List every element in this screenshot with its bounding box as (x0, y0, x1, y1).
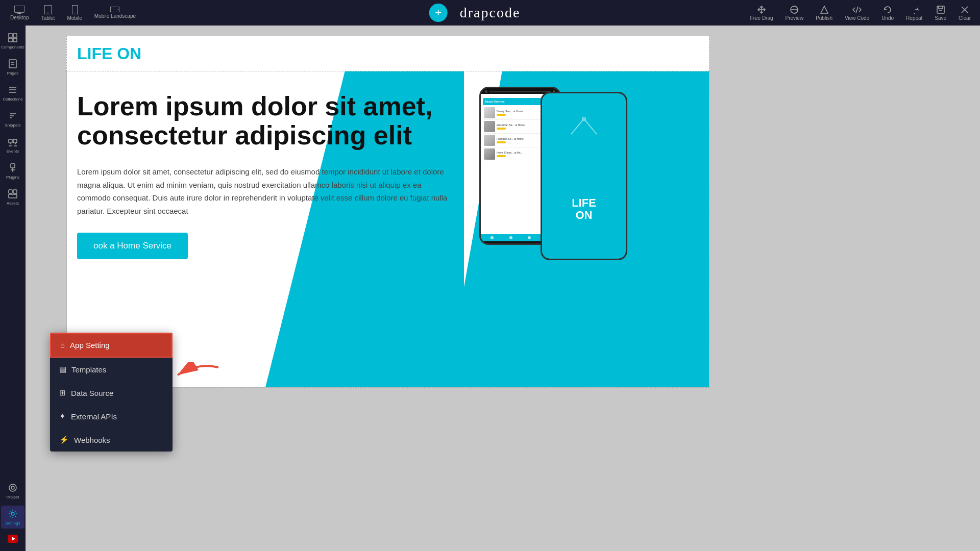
phone-front-screen: LIFE ON (542, 99, 626, 253)
sidebar-item-project[interactable]: Project (1, 480, 24, 503)
hero-paragraph: Lorem ipsum dolor sit amet, consectetur … (77, 165, 449, 217)
svg-rect-22 (13, 139, 17, 143)
svg-rect-11 (9, 34, 12, 37)
red-arrow (173, 362, 218, 390)
undo-button[interactable]: Undo (877, 3, 898, 23)
svg-rect-10 (937, 6, 944, 13)
canvas-area: LIFE ON Lorem ipsum dolor sit amet, cons… (26, 26, 980, 551)
preview-button[interactable]: Preview (781, 3, 808, 23)
camera-bar (489, 91, 551, 92)
svg-rect-25 (13, 190, 17, 193)
asterisk-icon: ✦ (59, 412, 66, 421)
sidebar-item-plugins[interactable]: Plugins (1, 160, 24, 183)
device-btn-landscape[interactable]: Mobile Landscape (89, 5, 141, 21)
sidebar-item-events[interactable]: Events (1, 134, 24, 157)
sidebar-item-snippets[interactable]: Snippets (1, 108, 24, 131)
svg-rect-24 (9, 190, 12, 193)
bolt-icon: ⚡ (59, 435, 69, 444)
sidebar-item-settings[interactable]: Settings (1, 506, 24, 529)
brand-logo: drapcode (460, 5, 521, 21)
free-drag-button[interactable]: Free Drag (746, 3, 777, 23)
white-canvas: LIFE ON Lorem ipsum dolor sit amet, cons… (26, 26, 980, 551)
save-button[interactable]: Save (930, 3, 950, 23)
publish-button[interactable]: Publish (812, 3, 837, 23)
add-button[interactable]: + (429, 4, 448, 22)
svg-rect-14 (13, 38, 17, 42)
svg-line-32 (571, 119, 584, 134)
sidebar-item-pages[interactable]: Pages (1, 56, 24, 79)
svg-rect-0 (14, 6, 24, 12)
device-btn-desktop[interactable]: Desktop (5, 4, 34, 22)
svg-point-28 (11, 486, 14, 489)
file-icon: ▤ (59, 365, 66, 374)
svg-rect-23 (11, 164, 15, 168)
svg-point-4 (47, 12, 48, 13)
left-sidebar: Components Pages Collections Snippets Ev… (0, 26, 26, 551)
svg-rect-13 (9, 38, 12, 42)
svg-point-27 (9, 484, 16, 491)
phone-front: LIFE ON (541, 92, 627, 260)
device-btn-tablet[interactable]: Tablet (36, 3, 60, 23)
repeat-button[interactable]: Repeat (902, 3, 926, 23)
sidebar-item-components[interactable]: Components (1, 30, 24, 53)
svg-rect-12 (13, 34, 17, 37)
sidebar-item-youtube[interactable] (1, 532, 24, 547)
popup-item-app-setting[interactable]: ⌂ App Setting (50, 333, 173, 358)
clear-button[interactable]: Clear (954, 3, 975, 23)
popup-item-external-apis[interactable]: ✦ External APIs (50, 405, 173, 428)
sidebar-item-assets[interactable]: Assets (1, 186, 24, 209)
svg-point-6 (74, 12, 75, 13)
svg-rect-21 (9, 139, 12, 143)
top-toolbar: Desktop Tablet Mobile Mobile Landscape +… (0, 0, 980, 26)
popup-item-templates[interactable]: ▤ Templates (50, 358, 173, 381)
database-icon: ⊞ (59, 388, 66, 397)
toolbar-center: + drapcode (460, 5, 521, 21)
book-service-button[interactable]: ook a Home Service (77, 233, 188, 259)
svg-rect-26 (9, 194, 17, 198)
sidebar-item-collections[interactable]: Collections (1, 82, 24, 105)
hero-life-on: LIFE ON (77, 44, 141, 63)
svg-line-33 (584, 119, 597, 134)
hero-top-bar: LIFE ON (66, 36, 709, 71)
hero-content-right: Beauty Services Beauty Serv... at Home (464, 71, 709, 387)
svg-point-29 (11, 512, 14, 515)
camera-dot (485, 90, 487, 93)
svg-rect-15 (9, 60, 16, 68)
hero-heading: Lorem ipsum dolor sit amet, consectetur … (77, 92, 449, 150)
phone-life-text: LIFE ON (572, 197, 596, 221)
phones-group: Beauty Services Beauty Serv... at Home (479, 87, 673, 311)
device-btn-mobile[interactable]: Mobile (62, 3, 87, 23)
main-area: Components Pages Collections Snippets Ev… (0, 26, 980, 551)
view-code-button[interactable]: View Code (841, 3, 873, 23)
popup-menu: ⌂ App Setting ▤ Templates ⊞ Data Source … (50, 333, 173, 452)
popup-item-data-source[interactable]: ⊞ Data Source (50, 381, 173, 405)
popup-item-webhooks[interactable]: ⚡ Webhooks (50, 428, 173, 452)
home-icon: ⌂ (60, 341, 65, 349)
toolbar-right: Free Drag Preview Publish View Code Undo… (746, 3, 975, 23)
toolbar-left: Desktop Tablet Mobile Mobile Landscape (5, 3, 141, 23)
svg-point-8 (118, 9, 119, 10)
